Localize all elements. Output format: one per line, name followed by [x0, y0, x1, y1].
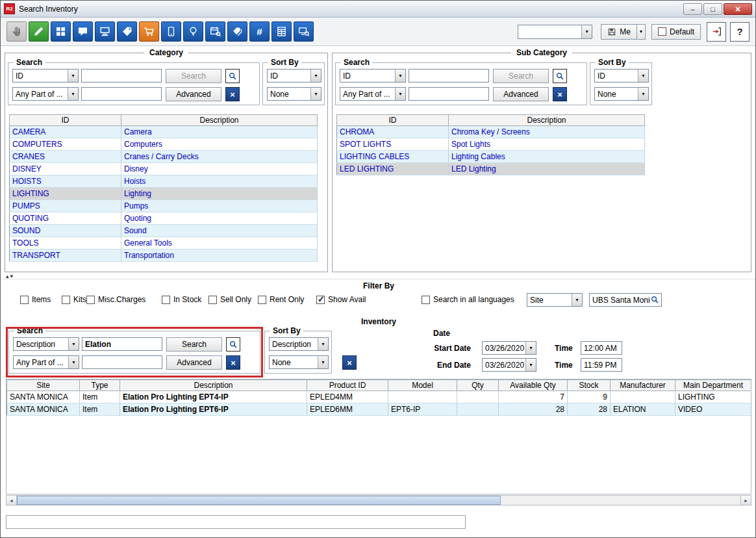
table-row[interactable]: SANTA MONICAItemElation Pro Lighting EPT…	[7, 404, 751, 416]
pan-hand-icon[interactable]	[6, 21, 27, 42]
filter-checkbox-kits[interactable]: Kits	[62, 294, 86, 305]
category-clear-button[interactable]: ×	[225, 87, 240, 101]
category-magnifier-button[interactable]	[225, 69, 240, 83]
inventory-clear-button[interactable]: ×	[226, 355, 240, 370]
column-header[interactable]: Main Department	[675, 380, 751, 391]
inventory-magnifier-button[interactable]	[226, 337, 240, 352]
double-tags-icon[interactable]	[227, 21, 247, 42]
maximize-button[interactable]: □	[703, 3, 722, 15]
subcategory-sort-primary-combo[interactable]: ID▼	[594, 69, 649, 83]
start-date-picker[interactable]: 03/26/2020▼	[482, 341, 536, 355]
search-icon[interactable]	[650, 295, 660, 305]
column-header[interactable]: Type	[80, 380, 120, 391]
table-row[interactable]: COMPUTERSComputers	[10, 138, 318, 151]
category-sort-primary-combo[interactable]: ID▼	[267, 69, 321, 83]
table-row[interactable]: SPOT LIGHTSSpot Lights	[337, 138, 645, 151]
category-search-mode-combo[interactable]: Any Part of ...▼	[12, 87, 79, 101]
inventory-search-field-combo[interactable]: Description▼	[13, 337, 79, 351]
inventory-search-mode-combo[interactable]: Any Part of ...▼	[13, 355, 79, 369]
category-search-input-2[interactable]	[81, 87, 162, 101]
price-tags-icon[interactable]	[117, 21, 137, 42]
column-header[interactable]: Product ID	[307, 380, 388, 391]
monitor-search-icon[interactable]	[294, 21, 314, 42]
table-row[interactable]: LED LIGHTINGLED Lighting	[337, 163, 645, 175]
column-header[interactable]: Model	[388, 380, 457, 391]
toolbar-view-combo[interactable]: ▼	[518, 25, 592, 39]
scroll-left-icon[interactable]: ◄	[6, 496, 17, 505]
filter-checkbox-show-avail[interactable]: Show Avail	[316, 294, 366, 305]
inventory-sort-secondary-combo[interactable]: None▼	[269, 355, 329, 369]
grid-icon[interactable]	[51, 21, 71, 42]
column-header[interactable]: Qty	[457, 380, 499, 391]
table-row[interactable]: LIGHTINGLighting	[10, 188, 318, 200]
start-time-input[interactable]	[581, 341, 622, 355]
inventory-sort-primary-combo[interactable]: Description▼	[269, 337, 329, 351]
minimize-button[interactable]: –	[683, 3, 702, 15]
table-row[interactable]: DISNEYDisney	[10, 163, 318, 175]
results-table[interactable]: SiteTypeDescriptionProduct IDModelQtyAva…	[6, 379, 751, 416]
calendar-search-icon[interactable]	[205, 21, 225, 42]
inventory-reset-button[interactable]: ×	[342, 355, 357, 370]
filter-checkbox-all-languages[interactable]: Search in all languages	[422, 294, 514, 305]
lightbulb-icon[interactable]	[183, 21, 203, 42]
table-row[interactable]: LIGHTING CABLESLighting Cables	[337, 151, 645, 163]
table-row[interactable]: TRANSPORTTransportation	[10, 250, 318, 262]
filter-checkbox-misc-charges[interactable]: Misc.Charges	[86, 294, 145, 305]
filter-checkbox-items[interactable]: Items	[20, 294, 51, 305]
subcategory-magnifier-button[interactable]	[553, 69, 567, 83]
inventory-search-input[interactable]	[82, 337, 162, 351]
terminal-icon[interactable]	[95, 21, 115, 42]
column-header[interactable]: Site	[7, 380, 80, 391]
inventory-search-input-2[interactable]	[82, 355, 162, 369]
subcategory-search-button[interactable]: Search	[493, 69, 549, 83]
filter-checkbox-sell-only[interactable]: Sell Only	[208, 294, 251, 305]
end-date-picker[interactable]: 03/26/2020▼	[482, 358, 536, 372]
horizontal-scrollbar[interactable]: ◄ ►	[6, 495, 751, 506]
table-row[interactable]: CRANESCranes / Carry Decks	[10, 151, 318, 163]
checkbox-icon[interactable]	[208, 296, 217, 304]
inventory-advanced-button[interactable]: Advanced	[166, 355, 222, 370]
subcategory-search-input-2[interactable]	[409, 87, 489, 101]
close-button[interactable]: ×	[724, 3, 752, 15]
subcategory-advanced-button[interactable]: Advanced	[493, 87, 549, 101]
subcategory-table[interactable]: IDDescription CHROMAChroma Key / Screens…	[336, 114, 645, 175]
column-header[interactable]: Manufacturer	[611, 380, 675, 391]
subcategory-search-field-combo[interactable]: ID▼	[340, 69, 406, 83]
chat-icon[interactable]	[73, 21, 93, 42]
site-value-box[interactable]: UBS Santa Moni	[589, 293, 662, 307]
category-table[interactable]: IDDescription CAMERACameraCOMPUTERSCompu…	[9, 114, 318, 262]
table-row[interactable]: PUMPSPumps	[10, 200, 318, 212]
checkbox-icon[interactable]	[258, 296, 266, 304]
column-header[interactable]: ID	[337, 115, 449, 126]
filter-checkbox-rent-only[interactable]: Rent Only	[258, 294, 304, 305]
checkbox-icon[interactable]	[162, 296, 170, 304]
subcategory-search-input[interactable]	[409, 69, 489, 83]
column-header[interactable]: Stock	[568, 380, 611, 391]
column-header[interactable]: Description	[449, 115, 645, 126]
checkbox-icon[interactable]	[86, 296, 95, 304]
category-advanced-button[interactable]: Advanced	[166, 87, 221, 101]
table-row[interactable]: CHROMAChroma Key / Screens	[337, 126, 645, 138]
scroll-right-icon[interactable]: ►	[740, 496, 751, 505]
category-search-input[interactable]	[81, 69, 162, 83]
status-input[interactable]	[6, 515, 466, 529]
table-row[interactable]: QUOTINGQuoting	[10, 212, 318, 225]
help-button[interactable]: ?	[730, 22, 750, 42]
subcategory-sort-secondary-combo[interactable]: None▼	[594, 87, 649, 101]
mobile-device-icon[interactable]	[161, 21, 181, 42]
checkbox-icon[interactable]	[316, 296, 325, 304]
category-search-field-combo[interactable]: ID▼	[12, 69, 79, 83]
end-time-input[interactable]	[581, 358, 622, 372]
subcategory-clear-button[interactable]: ×	[553, 87, 567, 101]
inventory-search-button[interactable]: Search	[166, 337, 222, 352]
category-search-button[interactable]: Search	[166, 69, 221, 83]
cart-lock-icon[interactable]	[139, 21, 159, 42]
table-row[interactable]: HOISTSHoists	[10, 175, 318, 188]
spreadsheet-icon[interactable]	[271, 21, 292, 42]
table-row[interactable]: CAMERACamera	[10, 126, 318, 138]
hash-icon[interactable]: #	[249, 21, 270, 42]
category-sort-secondary-combo[interactable]: None▼	[267, 87, 321, 101]
site-combo[interactable]: Site▼	[527, 293, 583, 307]
column-header[interactable]: Available Qty	[499, 380, 568, 391]
default-checkbox[interactable]	[658, 27, 666, 36]
